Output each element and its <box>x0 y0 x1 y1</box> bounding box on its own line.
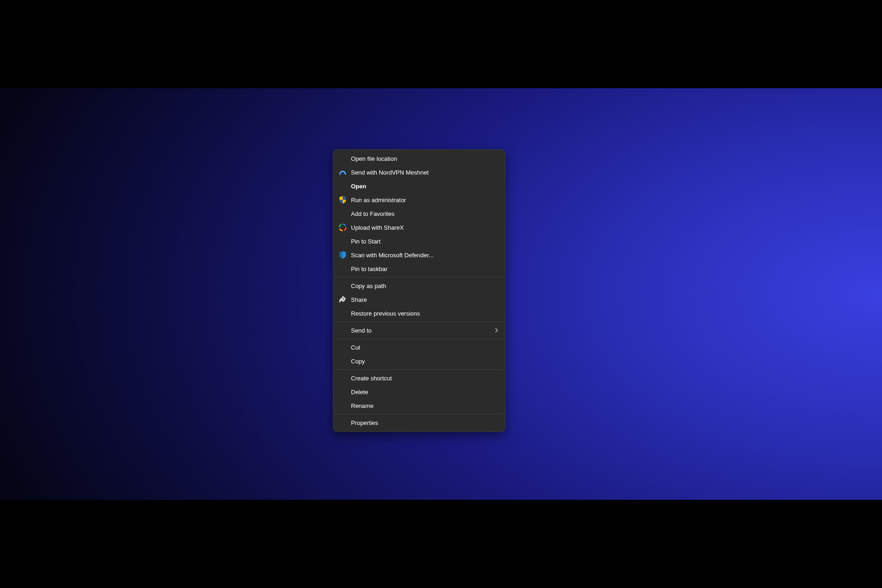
menu-separator <box>335 369 503 370</box>
menu-item-label: Add to Favorites <box>351 211 499 217</box>
menu-item-add-to-favorites[interactable]: Add to Favorites <box>334 207 505 220</box>
menu-item-label: Open <box>351 183 499 189</box>
menu-item-label: Pin to Start <box>351 238 499 244</box>
letterbox-top <box>0 0 882 88</box>
menu-separator <box>335 277 503 277</box>
menu-item-label: Copy <box>351 358 499 364</box>
menu-item-label: Properties <box>351 420 499 426</box>
menu-item-delete[interactable]: Delete <box>334 385 505 399</box>
icon-spacer <box>338 181 347 191</box>
menu-item-rename[interactable]: Rename <box>334 399 505 413</box>
menu-item-restore-previous[interactable]: Restore previous versions <box>334 306 505 320</box>
shield-uac-icon <box>338 195 347 204</box>
defender-icon <box>338 250 347 260</box>
context-menu: Open file locationSend with NordVPN Mesh… <box>333 149 505 432</box>
menu-item-label: Upload with ShareX <box>351 225 499 231</box>
menu-item-cut[interactable]: Cut <box>334 340 505 354</box>
sharex-icon <box>338 223 347 232</box>
menu-item-label: Send to <box>351 328 494 334</box>
menu-separator <box>335 414 503 414</box>
menu-item-label: Delete <box>351 389 499 395</box>
menu-separator <box>335 339 503 339</box>
menu-item-open[interactable]: Open <box>334 179 505 193</box>
menu-item-run-as-admin[interactable]: Run as administrator <box>334 193 505 207</box>
icon-spacer <box>338 154 347 163</box>
menu-item-open-file-location[interactable]: Open file location <box>334 152 505 165</box>
menu-item-share[interactable]: Share <box>334 293 505 306</box>
icon-spacer <box>338 326 347 335</box>
icon-spacer <box>338 356 347 366</box>
menu-item-pin-to-start[interactable]: Pin to Start <box>334 234 505 248</box>
icon-spacer <box>338 209 347 218</box>
menu-item-properties[interactable]: Properties <box>334 416 505 430</box>
icon-spacer <box>338 237 347 246</box>
menu-item-scan-with-defender[interactable]: Scan with Microsoft Defender... <box>334 248 505 262</box>
menu-item-copy-as-path[interactable]: Copy as path <box>334 279 505 293</box>
menu-item-label: Run as administrator <box>351 197 499 203</box>
letterbox-bottom <box>0 500 882 588</box>
menu-item-copy[interactable]: Copy <box>334 354 505 368</box>
share-icon <box>338 295 347 304</box>
menu-item-label: Restore previous versions <box>351 311 499 317</box>
icon-spacer <box>338 264 347 273</box>
menu-item-upload-with-sharex[interactable]: Upload with ShareX <box>334 220 505 234</box>
icon-spacer <box>338 418 347 427</box>
menu-item-label: Copy as path <box>351 283 499 289</box>
menu-item-label: Scan with Microsoft Defender... <box>351 252 499 258</box>
menu-item-send-with-nordvpn[interactable]: Send with NordVPN Meshnet <box>334 165 505 179</box>
menu-item-send-to[interactable]: Send to <box>334 323 505 337</box>
nordvpn-icon <box>338 168 347 177</box>
menu-item-label: Cut <box>351 345 499 351</box>
icon-spacer <box>338 387 347 396</box>
icon-spacer <box>338 373 347 383</box>
menu-item-label: Share <box>351 297 499 303</box>
icon-spacer <box>338 309 347 318</box>
menu-item-create-shortcut[interactable]: Create shortcut <box>334 371 505 385</box>
menu-separator <box>335 322 503 322</box>
menu-item-label: Pin to taskbar <box>351 266 499 272</box>
menu-item-label: Send with NordVPN Meshnet <box>351 170 499 175</box>
menu-item-pin-to-taskbar[interactable]: Pin to taskbar <box>334 262 505 276</box>
menu-item-label: Open file location <box>351 156 499 162</box>
menu-item-label: Create shortcut <box>351 375 499 381</box>
menu-item-label: Rename <box>351 403 499 409</box>
icon-spacer <box>338 401 347 410</box>
chevron-right-icon <box>494 328 499 333</box>
icon-spacer <box>338 343 347 352</box>
icon-spacer <box>338 281 347 290</box>
